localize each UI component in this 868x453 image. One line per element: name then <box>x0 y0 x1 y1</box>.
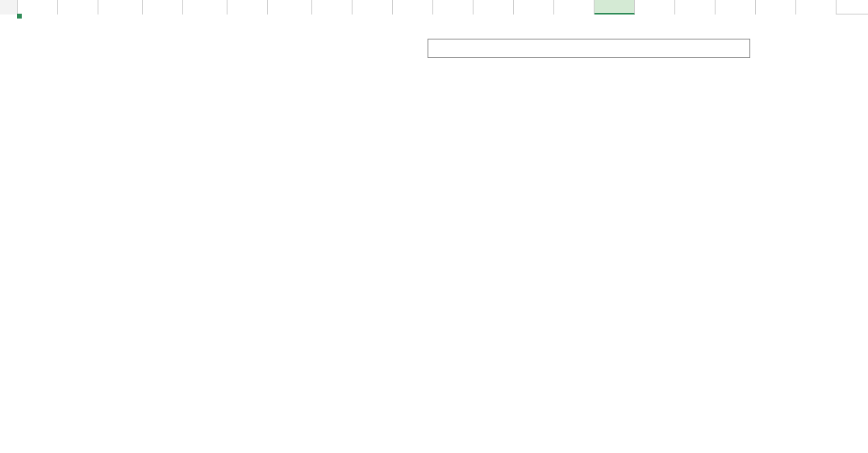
col-header-J[interactable] <box>393 0 433 15</box>
col-header-T[interactable] <box>796 0 837 15</box>
select-all-corner[interactable] <box>0 0 18 15</box>
col-header-L[interactable] <box>474 0 514 15</box>
col-header-M[interactable] <box>514 0 554 15</box>
col-header-H[interactable] <box>312 0 353 15</box>
col-header-G[interactable] <box>268 0 312 15</box>
col-header-E[interactable] <box>183 0 227 15</box>
col-header-A[interactable] <box>18 0 58 15</box>
col-header-I[interactable] <box>353 0 393 15</box>
col-header-C[interactable] <box>98 0 143 15</box>
col-header-R[interactable] <box>716 0 756 15</box>
active-cell-cursor <box>18 15 21 18</box>
col-header-Q[interactable] <box>675 0 716 15</box>
col-header-B[interactable] <box>58 0 98 15</box>
col-header-D[interactable] <box>143 0 183 15</box>
col-header-O[interactable] <box>595 0 635 15</box>
instruction-box <box>428 39 750 58</box>
spreadsheet <box>0 0 868 453</box>
col-header-P[interactable] <box>635 0 675 15</box>
row-headers <box>0 15 18 453</box>
fill-handle[interactable] <box>17 14 22 19</box>
col-header-S[interactable] <box>756 0 796 15</box>
column-header-row <box>0 0 868 15</box>
col-header-F[interactable] <box>227 0 268 15</box>
col-header-N[interactable] <box>554 0 595 15</box>
cell-grid[interactable] <box>18 15 868 453</box>
col-header-K[interactable] <box>433 0 474 15</box>
